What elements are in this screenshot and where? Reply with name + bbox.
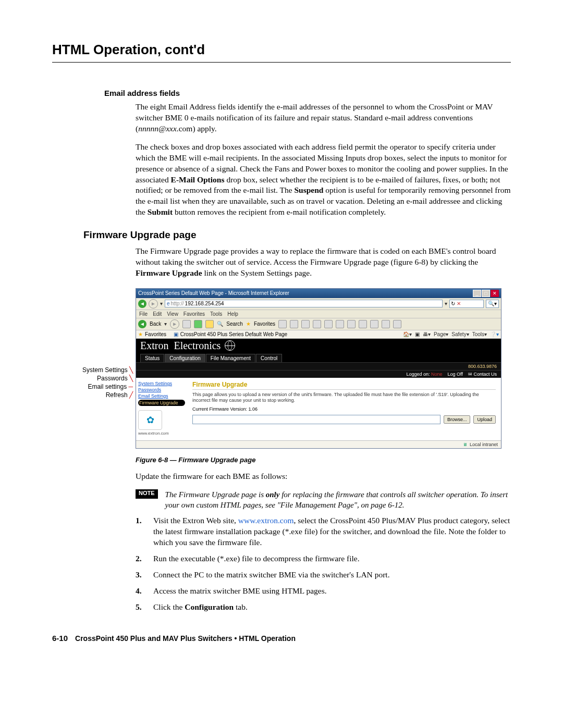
internet-zone-icon: 🖥 [463, 442, 468, 447]
log-off-link[interactable]: Log Off [448, 372, 463, 377]
browser-favorites-bar: ★ Favorites ▣ CrossPoint 450 Plus Series… [136, 330, 501, 339]
extron-subheader: 800.633.9876 [136, 362, 501, 370]
toolbar-icon[interactable] [347, 320, 356, 328]
page-footer: 6-10 CrossPoint 450 Plus and MAV Plus Sw… [52, 634, 511, 643]
back-button-icon[interactable]: ◄ [138, 300, 146, 308]
text: Connect the PC to the matrix switcher BM… [153, 570, 511, 581]
callout-system-settings: System Settings [82, 366, 128, 374]
menu-favorites[interactable]: Favorites [183, 311, 205, 317]
page-menu[interactable]: Page▾ [434, 331, 448, 337]
tools-menu[interactable]: Tools▾ [472, 331, 487, 337]
favorites-bar-label[interactable]: Favorites [145, 331, 166, 337]
figure-6-8: System Settings ╲ Passwords ╲ Email sett… [52, 288, 511, 449]
toolbar-icon[interactable] [359, 320, 367, 328]
home-dropdown-icon[interactable]: 🏠▾ [403, 331, 412, 337]
home-icon[interactable] [205, 320, 214, 328]
extron-title-text: Extron Electronics [140, 340, 221, 352]
toolbar-icon[interactable] [393, 320, 401, 328]
tab-title[interactable]: CrossPoint 450 Plus Series Default Web P… [180, 331, 287, 337]
callout-passwords: Passwords [97, 375, 128, 382]
refresh-icon[interactable] [194, 320, 202, 328]
mail-icon[interactable] [290, 320, 298, 328]
favorites-label[interactable]: Favorites [254, 321, 275, 327]
forward-button-icon[interactable]: ► [149, 299, 158, 309]
search-label[interactable]: Search [226, 321, 243, 327]
back-label[interactable]: Back [150, 321, 161, 327]
page-icon: e [167, 301, 170, 306]
extron-main: Firmware Upgrade This page allows you to… [187, 378, 501, 440]
address-bar-row: ◄ ► ▾ e http://192.168.254.254 ▾ ↻✕ 🔍▾ [136, 298, 501, 310]
maximize-button[interactable]: □ [482, 290, 490, 297]
note-text: The Firmware Upgrade page is only for re… [165, 489, 511, 511]
firmware-para: The Firmware Upgrade page provides a way… [136, 246, 511, 279]
history-icon[interactable] [278, 320, 287, 328]
refresh-icon: ↻ [451, 301, 455, 306]
upload-button[interactable]: Upload [473, 415, 496, 424]
help-icon[interactable]: ❔▾ [490, 331, 499, 337]
address-value: 192.168.254.254 [185, 301, 224, 306]
callout-line: ╲ [129, 366, 133, 374]
sidebar-item-passwords[interactable]: Passwords [138, 387, 185, 392]
close-button[interactable]: ✕ [491, 290, 499, 297]
text: Run the executable (*.exe) file to decom… [153, 553, 511, 564]
menu-view[interactable]: View [167, 311, 178, 317]
callout-line: ╲ [129, 375, 133, 382]
favorites-star-icon[interactable]: ★ [246, 321, 251, 327]
minimize-button[interactable]: _ [473, 290, 481, 297]
search-go[interactable]: 🔍▾ [486, 300, 499, 308]
browse-button[interactable]: Browse... [444, 415, 471, 424]
email-fields-heading: Email address fields [104, 89, 511, 97]
back-button[interactable]: ◄ [138, 320, 146, 328]
step-1: 1. Visit the Extron Web site, www.extron… [136, 515, 511, 548]
step-4: 4. Access the matrix switcher BME using … [136, 586, 511, 597]
step-3: 3. Connect the PC to the matrix switcher… [136, 570, 511, 581]
globe-icon [225, 340, 235, 351]
tab-file-management[interactable]: File Management [206, 354, 255, 362]
favorites-star-icon[interactable]: ★ [138, 331, 143, 337]
search-icon[interactable]: 🔍 [217, 321, 223, 327]
print-icon[interactable] [301, 320, 310, 328]
toolbar-icon[interactable] [382, 320, 390, 328]
toolbar-icon[interactable] [324, 320, 333, 328]
toolbar-icon[interactable] [336, 320, 344, 328]
menu-edit[interactable]: Edit [153, 311, 162, 317]
logged-on-label: Logged on: [407, 372, 430, 377]
extron-website-link[interactable]: www.extron.com [238, 516, 294, 525]
stop-icon: ✕ [457, 301, 461, 306]
contact-us-link[interactable]: ✉ Contact Us [468, 372, 497, 377]
callout-email-settings: Email settings [88, 383, 127, 390]
menu-tools[interactable]: Tools [210, 311, 222, 317]
firmware-file-field[interactable] [192, 415, 440, 424]
address-field[interactable]: e http://192.168.254.254 [165, 300, 443, 307]
browser-title: CrossPoint Series Default Web Page - Mic… [138, 290, 289, 296]
text: .com) apply. [177, 124, 217, 133]
callout-refresh: Refresh [106, 391, 128, 399]
text: The Firmware Upgrade page provides a way… [136, 246, 496, 266]
sidebar-item-system-settings[interactable]: System Settings [138, 381, 185, 386]
feed-icon[interactable]: ▣ [415, 331, 420, 337]
print-dropdown-icon[interactable]: 🖶▾ [423, 331, 431, 337]
suspend-label: Suspend [294, 186, 323, 194]
firmware-upgrade-heading: Firmware Upgrade page [83, 229, 511, 241]
firmware-upgrade-title: Firmware Upgrade [192, 381, 496, 390]
search-box[interactable]: ↻✕ [449, 300, 484, 308]
sidebar-item-firmware-upgrade[interactable]: Firmware Upgrade [138, 400, 185, 406]
step-number: 5. [136, 602, 153, 613]
menu-file[interactable]: File [139, 311, 148, 317]
forward-button[interactable]: ► [170, 319, 179, 329]
sidebar-item-email-settings[interactable]: Email Settings [138, 393, 185, 399]
email-para-1: The eight Email Address fields identify … [136, 102, 511, 134]
tab-status[interactable]: Status [140, 354, 164, 362]
extron-site-link[interactable]: www.extron.com [138, 431, 185, 436]
text: button removes the recipient from e-mail… [173, 207, 386, 216]
safety-menu[interactable]: Safety▾ [451, 331, 469, 337]
tab-configuration[interactable]: Configuration [165, 354, 205, 362]
browser-status-bar: 🖥 Local intranet [136, 440, 501, 448]
toolbar-icon[interactable] [370, 320, 378, 328]
tab-control[interactable]: Control [256, 354, 282, 362]
menu-help[interactable]: Help [227, 311, 238, 317]
step-number: 1. [136, 515, 153, 548]
step-number: 3. [136, 570, 153, 581]
stop-icon[interactable] [182, 320, 191, 328]
edit-icon[interactable] [313, 320, 321, 328]
